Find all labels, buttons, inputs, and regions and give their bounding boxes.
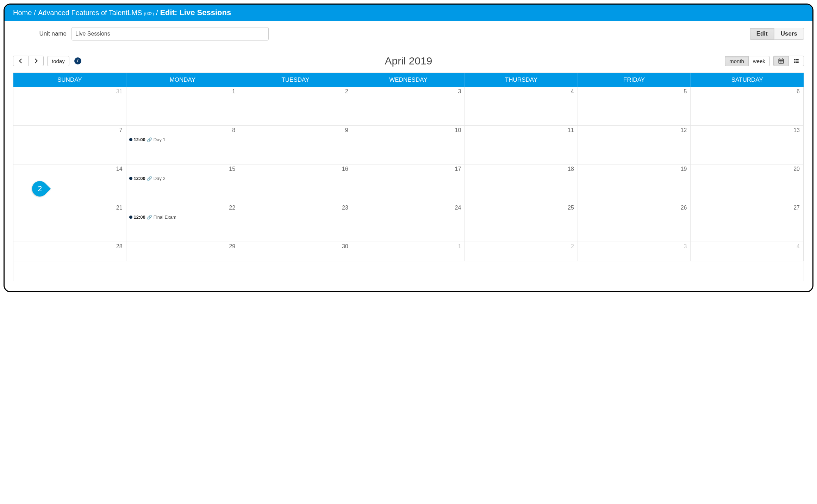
day-number: 12 — [681, 127, 687, 133]
calendar-day[interactable]: 27 — [691, 203, 804, 242]
calendar-day[interactable]: 17 — [352, 164, 465, 203]
range-toggle: month week — [725, 56, 770, 66]
svg-rect-12 — [796, 62, 799, 63]
event-dot-icon — [129, 138, 132, 141]
day-number: 28 — [116, 243, 123, 250]
chevron-right-icon — [33, 58, 39, 64]
calendar-day[interactable]: 26 — [578, 203, 691, 242]
breadcrumb-sep: / — [34, 9, 36, 17]
calendar-day[interactable]: 24 — [352, 203, 465, 242]
event-label: Final Exam — [154, 214, 176, 220]
calendar-day[interactable]: 16 — [239, 164, 352, 203]
week-button[interactable]: week — [748, 56, 770, 66]
calendar-day[interactable]: 28 — [13, 242, 126, 261]
calendar-right-nav: month week — [725, 56, 804, 66]
day-header: MONDAY — [126, 73, 239, 87]
link-icon: 🔗 — [147, 215, 152, 220]
event-time: 12:00 — [134, 214, 145, 220]
unit-name-row: Unit name Edit Users — [5, 21, 812, 47]
calendar-day[interactable]: 13 — [691, 126, 804, 164]
unit-name-input[interactable] — [71, 27, 269, 41]
event-time: 12:00 — [134, 137, 145, 142]
day-number: 13 — [793, 127, 800, 133]
calendar-day[interactable]: 31 — [13, 87, 126, 126]
calendar-day[interactable]: 10 — [352, 126, 465, 164]
calendar-day[interactable]: 6 — [691, 87, 804, 126]
day-number: 16 — [342, 166, 348, 172]
calendar-day[interactable]: 19 — [578, 164, 691, 203]
calendar-day[interactable]: 4 — [691, 242, 804, 261]
calendar-day[interactable]: 3 — [578, 242, 691, 261]
calendar-day[interactable]: 25 — [465, 203, 578, 242]
day-number: 7 — [119, 127, 123, 133]
calendar-event[interactable]: 12:00🔗Final Exam — [129, 214, 236, 220]
day-number: 15 — [229, 166, 235, 172]
day-header: TUESDAY — [239, 73, 352, 87]
calendar-day[interactable]: 7 — [13, 126, 126, 164]
info-icon[interactable]: i — [74, 57, 81, 64]
month-button[interactable]: month — [725, 56, 748, 66]
calendar-day[interactable]: 11 — [465, 126, 578, 164]
day-number: 17 — [455, 166, 461, 172]
day-number: 20 — [793, 166, 800, 172]
calendar-view-button[interactable] — [773, 56, 788, 66]
breadcrumb-course-label: Advanced Features of TalentLMS — [38, 9, 142, 17]
nav-prev-next — [13, 56, 44, 66]
calendar-day[interactable]: 30 — [239, 242, 352, 261]
breadcrumb-current: Edit: Live Sessions — [160, 8, 231, 17]
list-view-button[interactable] — [788, 56, 804, 66]
calendar-day[interactable]: 18 — [465, 164, 578, 203]
link-icon: 🔗 — [147, 176, 152, 181]
breadcrumb-home[interactable]: Home — [13, 9, 32, 17]
edit-button[interactable]: Edit — [750, 28, 774, 40]
calendar-day[interactable]: 12 — [578, 126, 691, 164]
calendar-day[interactable]: 21 — [13, 203, 126, 242]
next-button[interactable] — [28, 56, 44, 66]
calendar-event[interactable]: 12:00🔗Day 1 — [129, 137, 236, 142]
calendar-day[interactable]: 20 — [691, 164, 804, 203]
calendar-day[interactable]: 2 — [465, 242, 578, 261]
day-number: 14 — [116, 166, 123, 172]
calendar-title: April 2019 — [13, 55, 804, 67]
day-number: 19 — [681, 166, 687, 172]
calendar-day[interactable]: 4 — [465, 87, 578, 126]
breadcrumb-course-code: (002) — [144, 11, 154, 16]
calendar-day[interactable]: 3 — [352, 87, 465, 126]
day-number: 25 — [568, 205, 574, 211]
calendar-day[interactable]: 2 — [239, 87, 352, 126]
calendar-day[interactable]: 812:00🔗Day 1 — [126, 126, 239, 164]
prev-button[interactable] — [13, 56, 28, 66]
calendar-day[interactable]: 1 — [352, 242, 465, 261]
breadcrumb-course[interactable]: Advanced Features of TalentLMS (002) — [38, 9, 154, 17]
event-dot-icon — [129, 216, 132, 219]
day-header: SUNDAY — [13, 73, 126, 87]
day-number: 30 — [342, 243, 348, 250]
day-header: SATURDAY — [691, 73, 804, 87]
calendar-nav: today i April 2019 month week — [13, 47, 804, 73]
calendar-day[interactable]: 5 — [578, 87, 691, 126]
calendar-day-headers: SUNDAYMONDAYTUESDAYWEDNESDAYTHURSDAYFRID… — [13, 73, 804, 87]
calendar-day[interactable]: 1512:00🔗Day 2 — [126, 164, 239, 203]
day-number: 5 — [684, 88, 687, 95]
today-button[interactable]: today — [47, 56, 69, 66]
event-dot-icon — [129, 177, 132, 180]
calendar-day[interactable]: 9 — [239, 126, 352, 164]
day-number: 3 — [458, 88, 461, 95]
day-number: 4 — [571, 88, 574, 95]
calendar-day[interactable]: 23 — [239, 203, 352, 242]
day-number: 6 — [797, 88, 800, 95]
event-label: Day 1 — [154, 137, 166, 142]
event-label: Day 2 — [154, 176, 166, 181]
calendar-day[interactable]: 1 — [126, 87, 239, 126]
calendar-event[interactable]: 12:00🔗Day 2 — [129, 176, 236, 181]
day-number: 4 — [797, 243, 800, 250]
view-toggle — [773, 56, 804, 66]
users-button[interactable]: Users — [774, 28, 804, 40]
unit-name-label: Unit name — [5, 30, 71, 37]
calendar-day[interactable]: 29 — [126, 242, 239, 261]
day-header: THURSDAY — [465, 73, 578, 87]
calendar-day[interactable]: 14 — [13, 164, 126, 203]
svg-rect-9 — [794, 61, 795, 61]
calendar-day[interactable]: 2212:00🔗Final Exam — [126, 203, 239, 242]
day-header: WEDNESDAY — [352, 73, 465, 87]
